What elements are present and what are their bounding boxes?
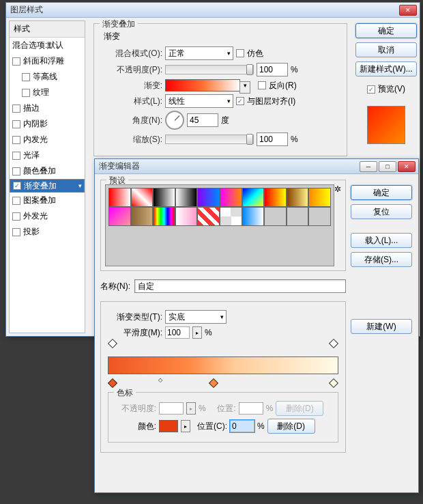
color-stop[interactable] [209,378,218,388]
style-checkbox[interactable] [12,212,20,221]
align-checkbox[interactable] [236,97,244,105]
gradient-preview[interactable] [165,79,240,92]
style-checkbox[interactable] [12,228,20,236]
minimize-button[interactable]: ─ [360,161,377,172]
preset-swatch[interactable] [242,207,265,226]
reverse-label: 反向(R) [269,80,297,92]
name-label: 名称(N): [100,281,130,292]
preset-swatch[interactable] [264,207,287,226]
cancel-button[interactable]: 取消 [355,42,417,57]
close-button[interactable]: ✕ [399,5,417,16]
gear-icon[interactable]: ✲ [334,184,341,194]
smooth-stepper[interactable]: ▸ [192,326,202,339]
opacity-stop[interactable] [108,339,117,348]
opacity-input[interactable]: 100 [257,63,288,76]
style-item[interactable]: 纹理 [10,85,85,100]
reverse-checkbox[interactable] [258,81,266,89]
stop-color-swatch[interactable] [159,420,178,432]
close-button[interactable]: ✕ [398,161,415,172]
stop-opacity-stepper: ▸ [186,402,196,415]
preset-swatch[interactable] [220,207,242,226]
gradient-bar[interactable] [108,356,338,374]
style-checkbox[interactable] [22,73,30,81]
color-stop[interactable] [329,378,338,388]
style-label: 内发光 [23,134,48,145]
scale-slider[interactable] [165,135,254,144]
style-item[interactable]: 内阴影 [10,116,85,132]
style-checkbox[interactable] [12,197,20,205]
reset-button[interactable]: 复位 [351,204,412,219]
style-item[interactable]: 颜色叠加 [10,163,85,179]
preset-swatch[interactable] [287,207,309,226]
preset-swatch[interactable] [287,188,309,207]
style-item[interactable]: 外发光 [10,208,85,224]
preset-swatch[interactable] [131,207,154,226]
smooth-input[interactable]: 100 [165,326,190,339]
angle-dial[interactable] [165,111,184,130]
preset-swatch[interactable] [264,188,287,207]
preset-swatch[interactable] [131,188,154,207]
preset-swatch[interactable] [220,188,242,207]
preset-swatch[interactable] [108,207,131,226]
opacity-slider[interactable] [165,65,254,74]
preset-swatch[interactable] [175,207,198,226]
style-select[interactable]: 线性 [165,94,233,108]
preset-swatch[interactable] [153,188,175,207]
blend-options-item[interactable]: 混合选项:默认 [10,38,85,53]
style-item[interactable]: 斜面和浮雕 [10,53,85,69]
titlebar[interactable]: 图层样式 ✕ [6,3,420,18]
style-label: 等高线 [33,71,57,83]
preset-swatch[interactable] [175,188,198,207]
name-input[interactable]: 自定 [134,279,346,293]
preview-checkbox[interactable] [367,85,375,94]
opacity-stop[interactable] [329,339,338,348]
preset-swatch[interactable] [308,207,331,226]
style-item[interactable]: 图案叠加 [10,193,85,208]
grad-type-select[interactable]: 实底 [165,310,227,324]
preset-swatch[interactable] [153,207,175,226]
style-item[interactable]: 光泽 [10,148,85,163]
style-checkbox[interactable] [13,182,21,190]
stop-pos2-input[interactable]: 0 [230,420,254,432]
color-stop[interactable] [108,378,117,388]
style-item[interactable]: 渐变叠加 [10,179,85,193]
midpoint-icon[interactable]: ◇ [158,377,162,383]
style-checkbox[interactable] [22,89,30,97]
preset-swatch[interactable] [308,188,331,207]
titlebar[interactable]: 渐变编辑器 ─ □ ✕ [95,159,418,174]
delete-opacity-stop-button: 删除(D) [276,401,323,416]
preset-swatch[interactable] [197,188,220,207]
save-button[interactable]: 存储(S)... [351,252,412,267]
angle-input[interactable]: 45 [187,113,218,127]
preset-swatch[interactable] [108,188,131,207]
style-item[interactable]: 描边 [10,100,85,116]
style-item[interactable]: 等高线 [10,69,85,85]
ok-button[interactable]: 确定 [355,23,417,38]
stop-color-stepper[interactable]: ▸ [181,420,190,432]
preset-swatch[interactable] [197,207,220,226]
style-checkbox[interactable] [12,57,20,66]
maximize-button[interactable]: □ [379,161,396,172]
stop-pos2-label: 位置(C): [193,421,227,432]
scale-input[interactable]: 100 [257,132,288,146]
style-checkbox[interactable] [12,120,20,128]
styles-header[interactable]: 样式 [10,21,85,38]
blend-mode-select[interactable]: 正常 [165,46,233,60]
style-checkbox[interactable] [12,167,20,176]
style-item[interactable]: 内发光 [10,132,85,148]
gradient-label: 渐变: [104,80,162,92]
style-label: 渐变叠加 [24,180,57,192]
style-checkbox[interactable] [12,152,20,160]
load-button[interactable]: 载入(L)... [351,233,412,248]
stop-opacity-input [159,402,184,415]
new-button[interactable]: 新建(W) [351,319,412,334]
style-item[interactable]: 投影 [10,224,85,240]
style-checkbox[interactable] [12,136,20,144]
delete-color-stop-button[interactable]: 删除(D) [267,419,315,434]
dither-checkbox[interactable] [236,49,244,57]
style-checkbox[interactable] [12,104,20,113]
new-style-button[interactable]: 新建样式(W)... [355,61,417,76]
stop-color-label: 颜色: [115,421,156,432]
ok-button[interactable]: 确定 [351,185,412,200]
preset-swatch[interactable] [242,188,265,207]
